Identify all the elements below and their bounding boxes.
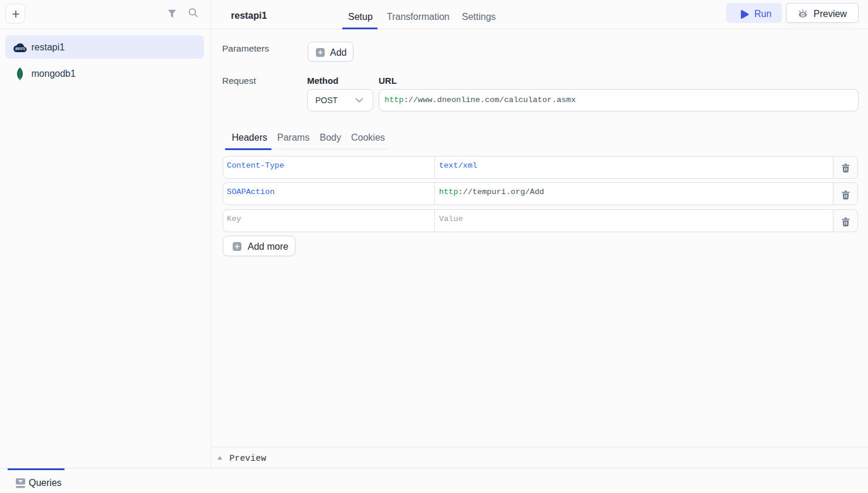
svg-text:{REST}: {REST}	[15, 47, 25, 50]
